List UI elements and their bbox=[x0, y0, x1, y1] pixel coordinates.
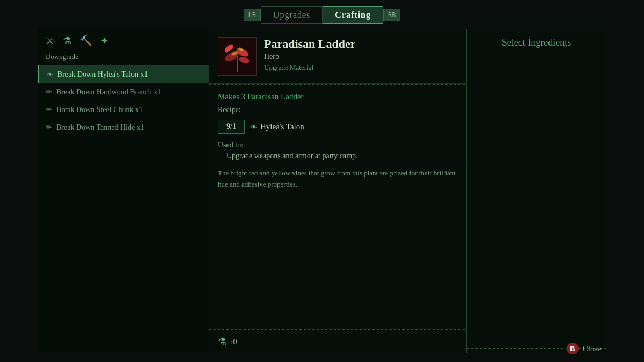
recipe-label-3: Break Down Steel Chunk x1 bbox=[56, 106, 143, 114]
main-layout: ⚔ ⚗ 🔨 ✦ Downgrade ❧ Break Down Hylea's T… bbox=[0, 29, 644, 353]
item-header: Paradisan Ladder Herb Upgrade Material bbox=[209, 29, 466, 84]
item-details: Makes 3 Paradisan Ladder Recipe: 9/1 ❧ H… bbox=[209, 85, 466, 329]
crafting-tab[interactable]: Crafting bbox=[323, 6, 383, 24]
used-to-title: Used to: bbox=[218, 141, 458, 150]
recipe-item-4[interactable]: ✏ Break Down Tanned Hide x1 bbox=[38, 119, 209, 136]
ingredient-name: ❧ Hylea's Talon bbox=[250, 122, 304, 132]
close-label: Close bbox=[583, 344, 601, 353]
sword-icon: ⚔ bbox=[46, 35, 54, 47]
recipe-icon-1: ❧ bbox=[47, 70, 53, 79]
right-panel-title: Select Ingredients bbox=[467, 29, 606, 56]
star-icon: ✦ bbox=[100, 35, 108, 47]
potion-icon: ⚗ bbox=[63, 35, 71, 47]
ingredient-quantity: 9/1 bbox=[218, 120, 245, 134]
recipe-icon-3: ✏ bbox=[46, 105, 52, 114]
item-tag: Upgrade Material bbox=[264, 63, 458, 72]
recipe-icon-4: ✏ bbox=[46, 123, 52, 132]
item-info: Paradisan Ladder Herb Upgrade Material bbox=[264, 37, 458, 72]
recipe-icon-2: ✏ bbox=[46, 87, 52, 97]
item-footer: ⚗ :0 bbox=[209, 330, 466, 353]
left-panel: ⚔ ⚗ 🔨 ✦ Downgrade ❧ Break Down Hylea's T… bbox=[38, 29, 209, 353]
item-image bbox=[218, 37, 257, 76]
lb-badge[interactable]: LB bbox=[244, 9, 261, 21]
close-area[interactable]: B Close bbox=[567, 343, 601, 354]
recipe-item-3[interactable]: ✏ Break Down Steel Chunk x1 bbox=[38, 101, 209, 119]
description-text: The bright red and yellow vines that gro… bbox=[218, 168, 458, 190]
recipe-label-1: Break Down Hylea's Talon x1 bbox=[57, 70, 148, 79]
recipe-list: ❧ Break Down Hylea's Talon x1 ✏ Break Do… bbox=[38, 65, 209, 353]
recipe-item-2[interactable]: ✏ Break Down Hardwood Branch x1 bbox=[38, 83, 209, 101]
middle-panel: Paradisan Ladder Herb Upgrade Material M… bbox=[209, 29, 467, 353]
rb-badge[interactable]: RB bbox=[383, 9, 400, 21]
mortar-icon: 🔨 bbox=[80, 35, 92, 47]
recipe-item-1[interactable]: ❧ Break Down Hylea's Talon x1 bbox=[38, 65, 209, 83]
item-svg bbox=[218, 38, 256, 75]
footer-icon: ⚗ bbox=[218, 336, 226, 348]
right-panel-body bbox=[467, 56, 606, 348]
right-panel: Select Ingredients bbox=[467, 29, 606, 353]
footer-count: :0 bbox=[231, 337, 237, 346]
ingredient-icon: ❧ bbox=[250, 122, 257, 132]
b-badge: B bbox=[567, 343, 579, 354]
downgrade-label: Downgrade bbox=[38, 50, 209, 65]
ingredient-text: Hylea's Talon bbox=[260, 122, 304, 131]
ingredient-row: 9/1 ❧ Hylea's Talon bbox=[218, 120, 458, 134]
top-nav: LB Upgrades Crafting RB bbox=[0, 0, 644, 29]
used-to-text: Upgrade weapons and armor at party camp. bbox=[226, 152, 458, 160]
makes-label: Makes 3 Paradisan Ladder bbox=[218, 92, 458, 101]
recipe-label-4: Break Down Tanned Hide x1 bbox=[56, 123, 144, 132]
panel-icons: ⚔ ⚗ 🔨 ✦ bbox=[38, 29, 209, 50]
used-to-section: Used to: Upgrade weapons and armor at pa… bbox=[218, 141, 458, 160]
recipe-label-2: Break Down Hardwood Branch x1 bbox=[56, 88, 161, 97]
item-type: Herb bbox=[264, 53, 458, 61]
upgrades-tab[interactable]: Upgrades bbox=[261, 6, 323, 24]
item-name: Paradisan Ladder bbox=[264, 37, 458, 51]
recipe-label: Recipe: bbox=[218, 106, 458, 114]
